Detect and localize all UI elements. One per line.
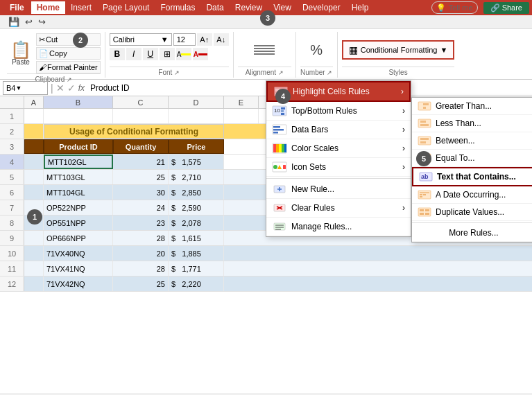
row-num-6: 6 [0,185,24,200]
cell-b5[interactable]: MTT103GL [44,170,113,184]
increase-font-button[interactable]: A↑ [197,33,212,46]
undo-icon[interactable]: ↩ [24,15,34,28]
cell-b10[interactable]: 71VX40NQ [44,246,113,261]
cell-b6[interactable]: MTT104GL [44,185,113,200]
cell-c6[interactable]: 30 [113,185,169,200]
cell-d12[interactable]: $ 2,220 [169,276,224,291]
table-row: 7 OP522NPP 24 $ 2,590 [0,200,532,216]
fill-color-button[interactable]: A [176,48,191,60]
cell-a9[interactable] [24,231,44,245]
font-name-box[interactable]: Calibri ▼ [110,33,172,46]
font-size-box[interactable]: 12 [173,33,196,46]
cell-b11[interactable]: 71VX41NQ [44,261,113,276]
col-header-d[interactable]: D [169,96,224,108]
cell-c7[interactable]: 24 [113,200,169,215]
cf-button-label: Conditional Formatting [361,46,438,54]
cell-a11[interactable] [24,261,44,276]
cell-a6[interactable] [24,185,44,200]
cell-d4[interactable]: $ 1,575 [169,155,224,169]
alignment-group: Alignment ↗ [234,32,296,78]
menu-view[interactable]: View [268,1,297,14]
cell-d10[interactable]: $ 1,885 [169,246,224,261]
col-header-c[interactable]: C [113,96,169,108]
decrease-font-button[interactable]: A↓ [214,33,229,46]
cell-d6[interactable]: $ 2,850 [169,185,224,200]
cell-c12[interactable]: 25 [113,276,169,291]
cell-a10[interactable] [24,246,44,261]
cell-d1[interactable] [169,109,224,123]
font-color-button[interactable]: A [193,48,208,60]
cell-d5[interactable]: $ 2,710 [169,170,224,184]
cell-c10[interactable]: 20 [113,246,169,261]
cell-b3[interactable]: Product ID [44,139,113,154]
cell-b1[interactable] [44,109,113,123]
percent-button[interactable]: % [304,37,329,62]
column-headers: A B C D E [0,96,532,109]
cell-d8[interactable]: $ 2,078 [169,216,224,230]
menu-data[interactable]: Data [200,1,229,14]
tell-me-label: Tell me [449,3,473,12]
font-group: Calibri ▼ 12 A↑ A↓ B I U ⊞ A A [105,32,234,78]
redo-icon[interactable]: ↪ [37,15,47,28]
col-header-a[interactable]: A [24,96,44,108]
cf-dropdown-arrow: ▼ [440,46,447,54]
col-header-b[interactable]: B [44,96,113,108]
cell-a12[interactable] [24,276,44,291]
bold-button[interactable]: B [110,48,125,60]
cell-b4[interactable]: MTT102GL [44,155,113,169]
cell-d3[interactable]: Price [169,139,224,154]
cell-a7[interactable] [24,200,44,215]
underline-button[interactable]: U [143,48,158,60]
share-button[interactable]: 🔗 Share [483,2,529,14]
table-row: 11 71VX41NQ 28 $ 1,771 [0,261,532,276]
cell-d9[interactable]: $ 1,615 [169,231,224,245]
format-painter-button[interactable]: 🖌 Format Painter [36,61,101,73]
menu-insert[interactable]: Insert [65,1,97,14]
cell-c9[interactable]: 28 [113,231,169,245]
cell-d7[interactable]: $ 2,590 [169,200,224,215]
menu-file[interactable]: File [3,1,31,14]
cut-button[interactable]: ✂ Cut [36,33,101,46]
cell-b9[interactable]: OP666NPP [44,231,113,245]
ribbon: 💾 ↩ ↪ 📋 Paste ✂ Cut � [0,15,532,80]
tell-me-box[interactable]: 💡 Tell me [431,1,478,14]
copy-button[interactable]: 📄 Copy [36,47,101,60]
menu-home[interactable]: Home [31,1,65,14]
menu-page-layout[interactable]: Page Layout [97,1,155,14]
cell-e1[interactable] [224,109,259,123]
cell-a1[interactable] [24,109,44,123]
cell-c4[interactable]: 21 [113,155,169,169]
menu-developer[interactable]: Developer [297,1,346,14]
row-num-7: 7 [0,200,24,215]
cell-a5[interactable] [24,170,44,184]
confirm-icon[interactable]: ✓ [67,82,76,94]
cell-c11[interactable]: 28 [113,261,169,276]
cell-a8[interactable] [24,216,44,230]
cell-c8[interactable]: 23 [113,216,169,230]
menu-help[interactable]: Help [346,1,375,14]
cell-b7[interactable]: OP522NPP [44,200,113,215]
cell-ref-dropdown[interactable]: ▼ [15,85,22,91]
cell-a2[interactable] [24,124,44,139]
cancel-icon[interactable]: ✕ [56,82,65,94]
cell-b8[interactable]: OP551NPP [44,216,113,230]
cell-c3[interactable]: Quantity [113,139,169,154]
menu-review[interactable]: Review [230,1,268,14]
save-icon[interactable]: 💾 [7,15,21,28]
cell-a3[interactable] [24,139,44,154]
spreadsheet: A B C D E 1 2 Usage of Conditional Forma… [0,96,532,393]
cell-d11[interactable]: $ 1,771 [169,261,224,276]
number-label: Number ↗ [300,67,333,76]
cell-c5[interactable]: 25 [113,170,169,184]
cell-c1[interactable] [113,109,169,123]
paste-button[interactable]: 📋 Paste [7,40,35,68]
cell-reference-box[interactable]: B4 ▼ [3,81,48,95]
conditional-formatting-button[interactable]: ▦ Conditional Formatting ▼ [342,40,455,60]
cell-a4[interactable] [24,155,44,169]
cell-b12[interactable]: 71VX42NQ [44,276,113,291]
formula-input[interactable] [87,81,529,95]
menu-formulas[interactable]: Formulas [155,1,200,14]
col-header-e[interactable]: E [224,96,259,108]
borders-button[interactable]: ⊞ [160,48,175,60]
italic-button[interactable]: I [126,48,141,60]
